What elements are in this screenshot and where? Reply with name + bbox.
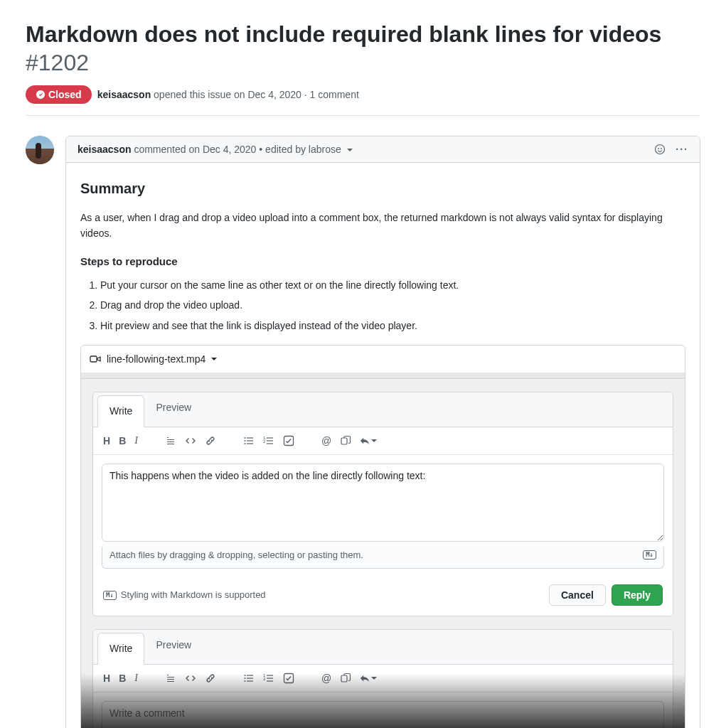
italic-icon[interactable]: I: [134, 433, 138, 449]
attachment-dropdown-icon[interactable]: [211, 358, 217, 360]
svg-point-17: [244, 675, 245, 676]
markdown-supported-text: Styling with Markdown is supported: [121, 588, 266, 603]
issue-opened-by: keisaacson opened this issue on Dec 4, 2…: [97, 89, 359, 100]
link-icon[interactable]: [205, 673, 216, 684]
video-icon: [90, 353, 101, 365]
editor-tabs: Write Preview: [93, 392, 673, 427]
svg-rect-16: [341, 438, 347, 444]
comment-date[interactable]: on Dec 4, 2020: [188, 144, 256, 155]
ordered-list-icon[interactable]: 12: [263, 673, 274, 684]
svg-text:2: 2: [263, 439, 266, 444]
ordered-list-icon[interactable]: 12: [263, 435, 274, 446]
editor-footer: M↓ Styling with Markdown is supported Ca…: [93, 577, 673, 616]
steps-item: Hit preview and see that the link is dis…: [100, 318, 685, 333]
tab-preview[interactable]: Preview: [144, 392, 203, 426]
attachment-header[interactable]: line-following-text.mp4: [81, 346, 685, 373]
bold-icon[interactable]: B: [119, 433, 126, 449]
code-icon[interactable]: [185, 673, 196, 684]
code-icon[interactable]: [185, 435, 196, 446]
cancel-button[interactable]: Cancel: [549, 584, 606, 606]
steps-item: Drag and drop the video upload.: [100, 297, 685, 313]
unordered-list-icon[interactable]: [243, 435, 255, 446]
editor-tabs: Write Preview: [93, 630, 673, 664]
edited-dropdown-icon[interactable]: [347, 149, 353, 151]
editor-toolbar: H B I: [93, 427, 673, 455]
heading-icon[interactable]: H: [103, 670, 110, 686]
inner-top-bar: [81, 373, 685, 379]
issue-page: Markdown does not include required blank…: [0, 0, 726, 728]
issue-comment: keisaacson commented on Dec 4, 2020 • ed…: [65, 136, 700, 728]
svg-point-19: [244, 680, 245, 682]
svg-rect-14: [267, 443, 273, 444]
comment-count: 1 comment: [310, 89, 359, 100]
svg-rect-22: [247, 680, 253, 681]
svg-point-6: [244, 443, 245, 444]
tab-preview[interactable]: Preview: [144, 630, 203, 663]
svg-point-18: [244, 678, 245, 679]
issue-title-row: Markdown does not include required blank…: [26, 20, 700, 77]
issue-meta-row: Closed keisaacson opened this issue on D…: [26, 85, 700, 104]
svg-point-4: [244, 437, 245, 439]
task-list-icon[interactable]: [283, 435, 294, 446]
issue-number: #1202: [26, 50, 89, 75]
state-label: Closed: [48, 89, 82, 100]
svg-text:2: 2: [263, 677, 266, 681]
author-avatar[interactable]: [26, 136, 54, 164]
svg-point-0: [656, 145, 665, 154]
tab-write[interactable]: Write: [97, 395, 144, 427]
opener-user-link[interactable]: keisaacson: [97, 89, 151, 100]
comment-header-left: keisaacson commented on Dec 4, 2020 • ed…: [78, 144, 353, 155]
markdown-badge-icon[interactable]: M↓: [103, 591, 117, 600]
tab-write[interactable]: Write: [97, 633, 144, 664]
opened-text: opened this issue: [154, 89, 231, 100]
timeline: keisaacson commented on Dec 4, 2020 • ed…: [26, 136, 700, 728]
svg-rect-20: [247, 675, 253, 675]
comment-editor: Write Preview H B I: [92, 392, 673, 616]
issue-closed-icon: [36, 90, 46, 100]
unordered-list-icon[interactable]: [243, 673, 255, 684]
reply-button[interactable]: Reply: [612, 584, 663, 606]
svg-rect-3: [90, 356, 97, 362]
mention-icon[interactable]: @: [321, 670, 331, 686]
quote-icon[interactable]: [165, 435, 176, 446]
italic-icon[interactable]: I: [134, 670, 138, 686]
header-divider: [26, 115, 700, 116]
svg-rect-27: [267, 680, 273, 681]
state-badge-closed: Closed: [26, 85, 92, 104]
comment-menu-kebab-icon[interactable]: ···: [676, 144, 688, 155]
comment-header: keisaacson commented on Dec 4, 2020 • ed…: [66, 136, 700, 163]
svg-rect-26: [267, 678, 273, 678]
summary-text: As a user, when I drag and drop a video …: [80, 210, 685, 242]
svg-point-1: [658, 148, 659, 149]
svg-rect-13: [267, 440, 273, 441]
task-list-icon[interactable]: [283, 673, 294, 684]
comment-author-link[interactable]: keisaacson: [78, 144, 132, 155]
attachment-filename: line-following-text.mp4: [107, 351, 205, 367]
cross-reference-icon[interactable]: [340, 435, 351, 446]
cross-reference-icon[interactable]: [340, 673, 351, 684]
svg-rect-21: [247, 678, 253, 678]
mention-icon[interactable]: @: [321, 433, 331, 449]
summary-heading: Summary: [80, 177, 685, 200]
attachment-video-frame: Write Preview H B I: [81, 373, 685, 728]
add-reaction-icon[interactable]: [654, 144, 666, 155]
bold-icon[interactable]: B: [119, 670, 126, 686]
svg-rect-12: [267, 437, 273, 438]
svg-point-5: [244, 440, 245, 441]
comment-textarea[interactable]: This happens when the video is added on …: [102, 464, 664, 542]
markdown-badge-icon[interactable]: M↓: [643, 550, 656, 560]
comment-body: Summary As a user, when I drag and drop …: [66, 163, 700, 728]
quote-icon[interactable]: [165, 673, 176, 684]
steps-heading: Steps to reproduce: [80, 253, 685, 270]
comment-textarea-empty[interactable]: [102, 701, 664, 728]
video-attachment: line-following-text.mp4 Write Preview: [80, 345, 685, 728]
reply-icon[interactable]: [360, 673, 377, 683]
edited-by-user[interactable]: labrose: [309, 144, 341, 155]
reply-icon[interactable]: [360, 436, 377, 446]
link-icon[interactable]: [205, 435, 216, 446]
svg-rect-29: [341, 675, 347, 682]
comment-editor-empty: Write Preview H B I: [92, 629, 673, 728]
svg-rect-9: [247, 443, 253, 444]
opened-date: on Dec 4, 2020: [234, 89, 301, 100]
heading-icon[interactable]: H: [103, 433, 110, 449]
